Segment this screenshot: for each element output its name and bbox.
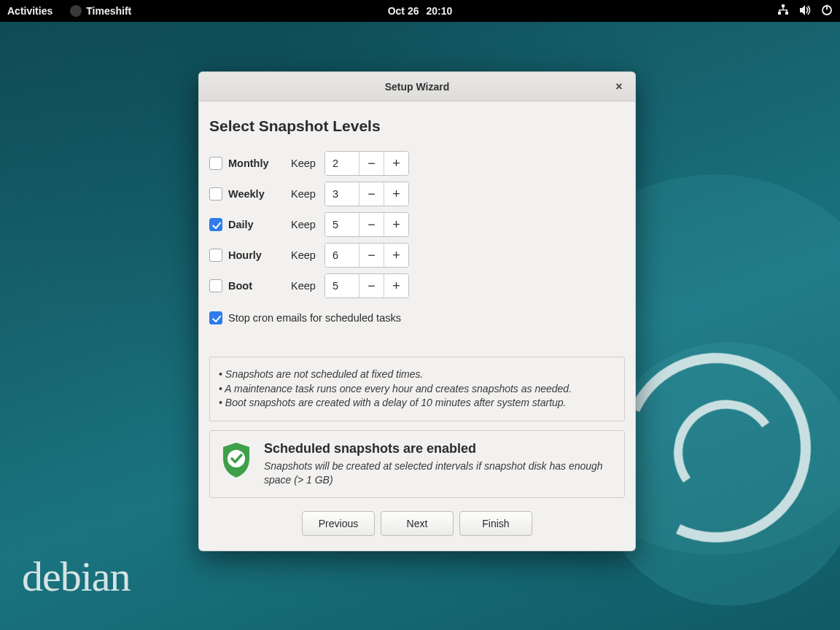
wizard-footer: Previous Next Finish: [209, 498, 625, 540]
status-box: Scheduled snapshots are enabled Snapshot…: [209, 430, 625, 498]
info-line-1: • Snapshots are not scheduled at fixed t…: [219, 368, 615, 382]
monthly-checkbox[interactable]: [209, 157, 222, 170]
daily-increment-button[interactable]: +: [384, 213, 408, 236]
monthly-keep-spinner: − +: [324, 151, 409, 176]
previous-button[interactable]: Previous: [302, 511, 375, 536]
window-title: Setup Wizard: [385, 81, 450, 93]
next-button[interactable]: Next: [381, 511, 454, 536]
level-row-weekly: Weekly Keep − +: [209, 179, 625, 209]
finish-button[interactable]: Finish: [459, 511, 532, 536]
weekly-decrement-button[interactable]: −: [359, 182, 384, 206]
level-row-boot: Boot Keep − +: [209, 271, 625, 301]
plus-icon: +: [392, 279, 400, 294]
active-app-indicator[interactable]: Timeshift: [70, 5, 131, 17]
plus-icon: +: [392, 217, 400, 233]
plus-icon: +: [392, 187, 400, 202]
monthly-decrement-button[interactable]: −: [359, 152, 384, 175]
minus-icon: −: [368, 156, 376, 171]
close-icon: ×: [615, 80, 622, 93]
monthly-label: Monthly: [228, 158, 285, 169]
debian-logo-text: debian: [22, 552, 131, 601]
stop-cron-checkbox[interactable]: [209, 311, 222, 324]
info-line-3: • Boot snapshots are created with a dela…: [219, 396, 615, 411]
app-icon: [70, 5, 82, 17]
svg-rect-4: [779, 9, 787, 10]
level-row-daily: Daily Keep − +: [209, 209, 625, 240]
monthly-increment-button[interactable]: +: [384, 152, 408, 175]
daily-label: Daily: [228, 219, 285, 230]
clock[interactable]: Oct 26 20:10: [388, 5, 453, 17]
keep-label: Keep: [291, 188, 317, 200]
status-subtext: Snapshots will be created at selected in…: [264, 459, 614, 487]
hourly-checkbox[interactable]: [209, 249, 222, 262]
svg-marker-7: [800, 5, 805, 15]
keep-label: Keep: [291, 219, 317, 230]
boot-decrement-button[interactable]: −: [359, 274, 384, 298]
status-title: Scheduled snapshots are enabled: [264, 441, 614, 456]
plus-icon: +: [392, 156, 400, 171]
boot-keep-spinner: − +: [324, 273, 409, 298]
weekly-label: Weekly: [228, 188, 285, 200]
level-row-monthly: Monthly Keep − +: [209, 148, 625, 179]
svg-rect-9: [826, 4, 828, 9]
keep-label: Keep: [291, 249, 317, 261]
window-titlebar: Setup Wizard ×: [199, 72, 635, 101]
power-icon[interactable]: [821, 4, 833, 18]
hourly-increment-button[interactable]: +: [384, 244, 408, 267]
monthly-keep-input[interactable]: [325, 152, 359, 175]
boot-increment-button[interactable]: +: [384, 274, 408, 298]
info-line-2: • A maintenance task runs once every hou…: [219, 382, 615, 397]
minus-icon: −: [368, 217, 376, 233]
hourly-keep-spinner: − +: [324, 243, 409, 268]
level-row-hourly: Hourly Keep − +: [209, 240, 625, 271]
hourly-label: Hourly: [228, 249, 285, 261]
daily-keep-input[interactable]: [325, 213, 359, 236]
keep-label: Keep: [291, 158, 317, 169]
activities-button[interactable]: Activities: [7, 5, 52, 17]
svg-rect-5: [779, 9, 779, 12]
weekly-checkbox[interactable]: [209, 187, 222, 201]
gnome-topbar: Activities Timeshift Oct 26 20:10: [0, 0, 840, 22]
minus-icon: −: [368, 187, 376, 202]
daily-checkbox[interactable]: [209, 218, 222, 231]
daily-decrement-button[interactable]: −: [359, 213, 384, 236]
minus-icon: −: [368, 279, 376, 294]
daily-keep-spinner: − +: [324, 212, 409, 237]
info-box: • Snapshots are not scheduled at fixed t…: [209, 357, 625, 421]
date-label: Oct 26: [388, 5, 419, 17]
svg-rect-6: [786, 9, 787, 12]
weekly-keep-input[interactable]: [325, 182, 359, 206]
keep-label: Keep: [291, 280, 317, 292]
weekly-keep-spinner: − +: [324, 182, 409, 206]
svg-rect-2: [785, 12, 788, 15]
setup-wizard-window: Setup Wizard × Select Snapshot Levels Mo…: [198, 71, 636, 551]
svg-rect-1: [778, 12, 781, 15]
svg-point-10: [228, 450, 245, 467]
hourly-keep-input[interactable]: [325, 244, 359, 267]
volume-icon[interactable]: [799, 4, 811, 18]
weekly-increment-button[interactable]: +: [384, 182, 408, 206]
app-name-label: Timeshift: [86, 5, 131, 17]
stop-cron-row: Stop cron emails for scheduled tasks: [209, 311, 625, 324]
boot-keep-input[interactable]: [325, 274, 359, 298]
page-heading: Select Snapshot Levels: [209, 117, 625, 135]
minus-icon: −: [368, 248, 376, 263]
time-label: 20:10: [427, 5, 453, 17]
plus-icon: +: [392, 248, 400, 263]
shield-check-icon: [220, 441, 252, 479]
network-icon[interactable]: [777, 4, 789, 18]
svg-rect-0: [782, 4, 785, 7]
boot-checkbox[interactable]: [209, 279, 222, 292]
close-button[interactable]: ×: [610, 78, 628, 96]
hourly-decrement-button[interactable]: −: [359, 244, 384, 267]
boot-label: Boot: [228, 280, 285, 292]
stop-cron-label: Stop cron emails for scheduled tasks: [228, 312, 401, 324]
